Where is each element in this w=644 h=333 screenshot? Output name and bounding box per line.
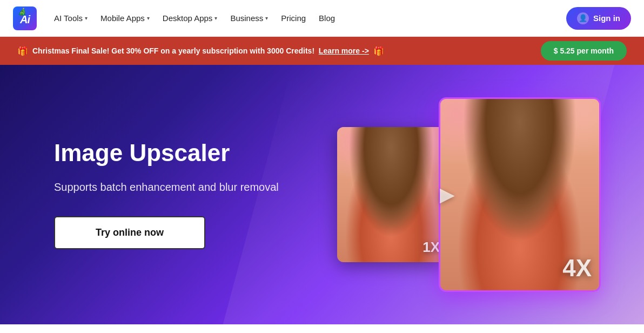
chevron-down-icon: ▾: [85, 15, 88, 21]
sign-in-button[interactable]: 👤 Sign in: [566, 7, 631, 30]
logo-icon: 🎄 Ai: [13, 6, 37, 30]
hero-title: Image Upscaler: [54, 140, 279, 166]
banner-learn-more-link[interactable]: Learn more ->: [319, 46, 369, 55]
chevron-down-icon: ▾: [214, 15, 217, 21]
nav-item-mobile-apps[interactable]: Mobile Apps ▾: [100, 9, 150, 27]
nav-item-blog[interactable]: Blog: [319, 14, 335, 23]
image-after: 4X: [439, 97, 601, 292]
nav-label-business: Business: [230, 14, 263, 23]
scale-label-4x: 4X: [562, 255, 592, 282]
nav-items: AI Tools ▾ Mobile Apps ▾ Desktop Apps ▾ …: [54, 9, 335, 27]
banner-emoji-right: 🎁: [373, 46, 384, 56]
banner-text: Christmas Final Sale! Get 30% OFF on a y…: [32, 46, 369, 55]
banner-left: 🎁 Christmas Final Sale! Get 30% OFF on a…: [17, 46, 384, 56]
nav-item-pricing[interactable]: Pricing: [281, 14, 306, 23]
sign-in-label: Sign in: [593, 14, 620, 23]
upscale-arrow-icon: ▶: [440, 183, 455, 206]
hero-content-left: Image Upscaler Supports batch enhancemen…: [54, 140, 279, 249]
hero-section: Image Upscaler Supports batch enhancemen…: [0, 65, 644, 324]
image-before: 1X: [337, 127, 445, 262]
nav-item-desktop-apps[interactable]: Desktop Apps ▾: [163, 9, 218, 27]
banner-bold-text: Christmas Final Sale! Get 30% OFF on a y…: [32, 46, 314, 55]
navbar-left: 🎄 Ai AI Tools ▾ Mobile Apps ▾ Desktop Ap…: [13, 6, 335, 30]
try-online-button[interactable]: Try online now: [54, 216, 205, 249]
banner-price-button[interactable]: $ 5.25 per month: [541, 41, 627, 61]
logo[interactable]: 🎄 Ai: [13, 6, 37, 30]
user-icon: 👤: [577, 12, 589, 24]
nav-item-business[interactable]: Business ▾: [230, 9, 268, 27]
nav-item-ai-tools[interactable]: AI Tools ▾: [54, 9, 88, 27]
chevron-down-icon: ▾: [147, 15, 150, 21]
nav-label-desktop-apps: Desktop Apps: [163, 14, 213, 23]
navbar: 🎄 Ai AI Tools ▾ Mobile Apps ▾ Desktop Ap…: [0, 0, 644, 37]
nav-label-mobile-apps: Mobile Apps: [100, 14, 145, 23]
hero-subtitle: Supports batch enhancement and blur remo…: [54, 179, 279, 195]
chevron-down-icon: ▾: [265, 15, 268, 21]
banner-emoji-left: 🎁: [17, 46, 28, 56]
scale-label-1x: 1X: [422, 239, 440, 256]
nav-label-ai-tools: AI Tools: [54, 14, 83, 23]
promo-banner: 🎁 Christmas Final Sale! Get 30% OFF on a…: [0, 37, 644, 65]
hero-images: 1X ▶ 4X: [337, 97, 601, 292]
